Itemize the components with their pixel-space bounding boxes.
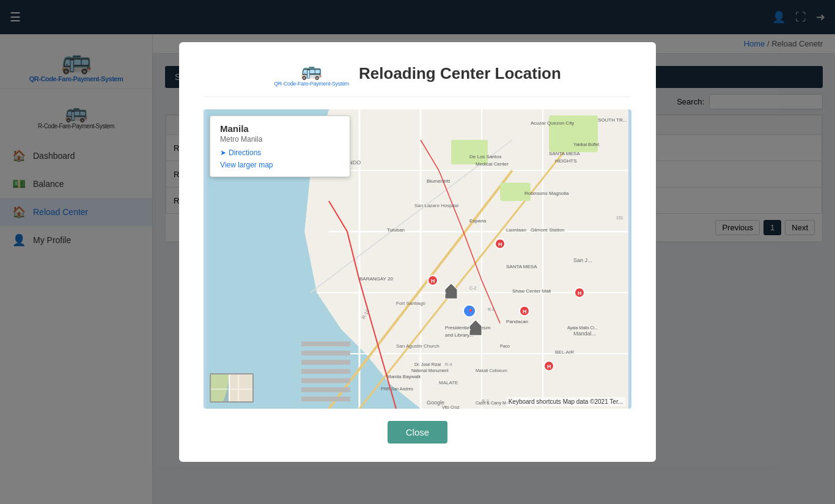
map-attribution: Keyboard shortcuts Map data ©2021 Ter... [506,397,625,406]
svg-rect-20 [301,369,350,374]
close-button[interactable]: Close [388,421,447,444]
modal-header: 🚌 QR-Code-Fare-Payment-System Reloading … [204,60,631,97]
svg-text:✝: ✝ [467,327,472,334]
modal: 🚌 QR-Code-Fare-Payment-System Reloading … [179,42,656,462]
svg-text:H: H [431,278,435,284]
svg-text:C-2: C-2 [469,286,476,290]
svg-text:Blumentritt: Blumentritt [427,178,451,184]
modal-map: TONDO San Lazaro Hospital De Los Santos … [204,109,631,409]
svg-rect-23 [301,396,350,401]
svg-rect-22 [301,387,350,392]
map-city-label: Manila [220,123,340,134]
svg-text:HEIGHTS: HEIGHTS [555,158,577,164]
svg-text:📍: 📍 [468,309,474,315]
svg-rect-85 [229,374,254,403]
svg-text:MALATE: MALATE [439,380,458,385]
svg-text:Dr. José Rizal: Dr. José Rizal [414,362,441,367]
svg-text:SANTA MESA: SANTA MESA [506,264,537,269]
modal-overlay[interactable]: 🚌 QR-Code-Fare-Payment-System Reloading … [0,0,835,504]
svg-text:San J...: San J... [573,257,592,263]
svg-text:Acuzar Quezon City: Acuzar Quezon City [531,120,574,126]
svg-rect-15 [451,140,488,164]
map-info-box: Manila Metro Manila ➤ Directions View la… [210,115,350,177]
svg-text:R-4: R-4 [445,362,452,367]
map-region-label: Metro Manila [220,135,340,144]
svg-text:De Los Santos: De Los Santos [469,154,501,159]
directions-label: Directions [229,148,261,157]
svg-text:Mandal...: Mandal... [573,331,596,337]
svg-text:SANTA MESA: SANTA MESA [549,151,580,156]
svg-text:Robinsons Magnolia: Robinsons Magnolia [524,191,569,196]
svg-text:San Lazaro Hospital: San Lazaro Hospital [414,203,458,208]
svg-text:H: H [498,241,502,247]
svg-text:Gilmore Station: Gilmore Station [531,227,564,233]
svg-text:National Monument: National Monument [411,368,449,373]
svg-text:Tutuban: Tutuban [387,227,405,233]
map-thumbnail [210,373,254,403]
svg-text:BARANGAY 20: BARANGAY 20 [359,276,393,282]
svg-text:SOUTH TR...: SOUTH TR... [598,117,627,123]
svg-text:Espana: Espana [469,218,487,224]
modal-logo-bus-icon: 🚌 [301,60,322,81]
svg-text:H: H [523,309,527,315]
svg-rect-19 [301,360,350,365]
modal-logo: 🚌 QR-Code-Fare-Payment-System [274,60,349,87]
modal-logo-text: QR-Code-Fare-Payment-System [274,81,349,87]
modal-footer: Close [204,421,631,444]
svg-text:Laonlaan: Laonlaan [506,227,526,233]
svg-text:Vito Cruz: Vito Cruz [442,405,460,409]
map-directions-link[interactable]: ➤ Directions [220,148,340,157]
svg-text:H: H [547,363,551,370]
svg-rect-18 [301,351,350,356]
svg-text:Ayala Malls Ci...: Ayala Malls Ci... [567,326,598,331]
svg-text:R-6: R-6 [488,307,495,312]
directions-icon: ➤ [220,148,226,157]
modal-title: Reloading Center Location [359,64,561,83]
svg-text:PNR San Andres: PNR San Andres [381,387,413,391]
svg-text:✝: ✝ [443,291,447,297]
svg-text:151: 151 [616,216,623,220]
svg-text:Medical Center: Medical Center [476,161,509,167]
svg-text:Cash & Carry Mall: Cash & Carry Mall [476,401,510,406]
svg-text:Yakikai Buffet: Yakikai Buffet [573,142,599,147]
svg-text:Fort Santiago: Fort Santiago [396,301,426,306]
svg-text:Manila Baywalk: Manila Baywalk [387,374,422,379]
svg-rect-21 [301,378,350,383]
svg-text:Makati Coliseum: Makati Coliseum [476,368,507,373]
svg-text:Pandacan: Pandacan [506,319,528,324]
svg-text:Paco: Paco [500,344,510,348]
map-view-larger-link[interactable]: View larger map [220,161,340,169]
svg-rect-17 [301,341,350,346]
svg-text:San Agustin Church: San Agustin Church [396,343,440,349]
svg-text:BEL-AIR: BEL-AIR [555,349,574,355]
svg-text:H: H [578,290,582,296]
svg-text:Shaw Center Mall: Shaw Center Mall [512,288,551,294]
